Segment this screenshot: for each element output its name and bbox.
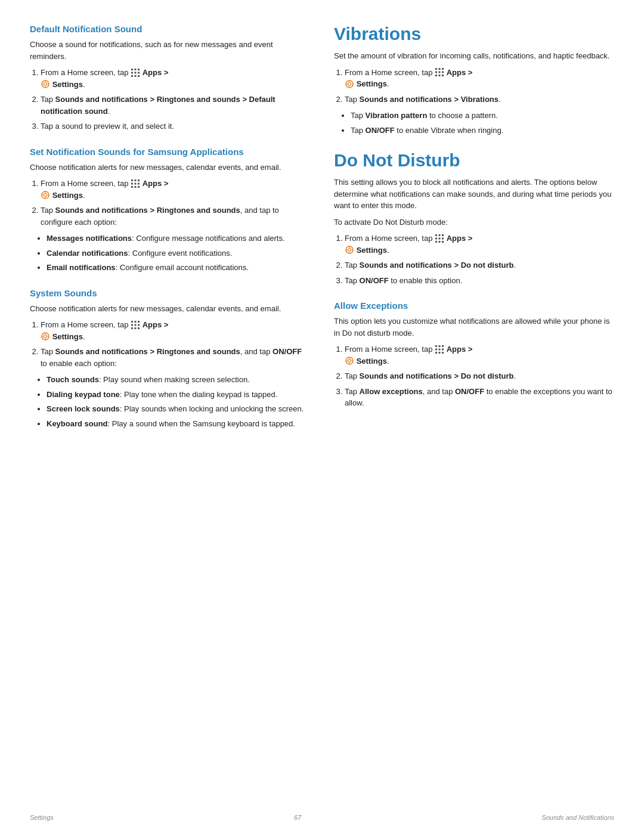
step-3: Tap a sound to preview it, and select it…	[41, 120, 310, 132]
apps-label-3: Apps >	[143, 320, 169, 329]
svg-rect-52	[439, 75, 441, 76]
settings-icon-4	[345, 80, 354, 88]
bullet-keyboard: Keyboard sound: Play a sound when the Sa…	[47, 418, 310, 430]
settings-label: Settings	[52, 80, 83, 89]
set-notification-sounds-steps: From a Home screen, tap	[41, 178, 310, 228]
dnd-step-3: Tap ON/OFF to enable this option.	[345, 275, 614, 287]
svg-rect-30	[131, 321, 133, 323]
allow-exceptions-intro: This option lets you customize what noti…	[334, 315, 614, 339]
svg-rect-80	[442, 348, 444, 350]
system-sounds-steps: From a Home screen, tap	[41, 319, 310, 369]
apps-icon	[131, 69, 140, 77]
svg-rect-81	[435, 352, 437, 354]
svg-rect-76	[439, 345, 441, 347]
bullet-email: Email notifications: Configure email acc…	[47, 262, 310, 274]
vib-step-2: Tap Sounds and notifications > Vibration…	[345, 94, 614, 106]
step-1: From a Home screen, tap	[41, 67, 310, 90]
footer-right: Sounds and Notifications	[541, 814, 614, 821]
svg-rect-61	[439, 234, 441, 236]
bullet-calendar: Calendar notifications: Configure event …	[47, 247, 310, 259]
section-set-notification-sounds: Set Notification Sounds for Samsung Appl…	[30, 147, 310, 274]
apps-icon-5	[435, 234, 444, 243]
svg-rect-50	[442, 72, 444, 73]
settings-icon-6	[345, 357, 354, 365]
ae-step-1: From a Home screen, tap	[345, 343, 614, 367]
apps-label: Apps >	[143, 68, 169, 77]
settings-label-6: Settings	[357, 357, 387, 366]
allow-exceptions-steps: From a Home screen, tap	[345, 343, 614, 409]
svg-rect-53	[442, 75, 444, 76]
settings-icon-2	[41, 191, 49, 199]
activate-label: To activate Do Not Disturb mode:	[334, 216, 614, 228]
step-2: Tap Sounds and notifications > Ringtones…	[41, 205, 310, 228]
svg-rect-7	[135, 75, 137, 77]
apps-label-6: Apps >	[447, 345, 473, 354]
settings-label-3: Settings	[52, 332, 83, 341]
svg-rect-83	[442, 352, 444, 354]
set-notification-sounds-title: Set Notification Sounds for Samsung Appl…	[30, 147, 310, 157]
settings-label-4: Settings	[357, 79, 387, 88]
svg-rect-37	[135, 327, 137, 329]
do-not-disturb-title: Do Not Disturb	[334, 150, 614, 171]
svg-rect-60	[435, 234, 437, 236]
step-1: From a Home screen, tap	[41, 319, 310, 342]
apps-label-5: Apps >	[447, 234, 473, 243]
system-sounds-step2-bold: Sounds and notifications > Ringtones and…	[55, 347, 240, 356]
default-notification-sound-title: Default Notification Sound	[30, 24, 310, 34]
svg-rect-46	[439, 68, 441, 70]
dnd-step-2: Tap Sounds and notifications > Do not di…	[345, 259, 614, 271]
svg-rect-33	[131, 324, 133, 326]
settings-icon-3	[41, 332, 49, 340]
svg-rect-1	[135, 69, 137, 70]
svg-rect-78	[435, 348, 437, 350]
vibrations-steps: From a Home screen, tap	[345, 67, 614, 106]
vibrations-intro: Set the amount of vibration for incoming…	[334, 50, 614, 62]
svg-rect-31	[135, 321, 137, 323]
svg-rect-79	[439, 348, 441, 350]
apps-icon-3	[131, 321, 140, 329]
dnd-step-1: From a Home screen, tap	[345, 233, 614, 256]
svg-rect-36	[131, 327, 133, 329]
settings-icon-5	[345, 246, 354, 254]
svg-rect-38	[138, 327, 140, 329]
default-notification-sound-intro: Choose a sound for notifications, such a…	[30, 39, 310, 62]
ae-step-3: Tap Allow exceptions, and tap ON/OFF to …	[345, 386, 614, 409]
bullet-vib-onoff: Tap ON/OFF to enable Vibrate when ringin…	[351, 125, 614, 137]
svg-rect-34	[135, 324, 137, 326]
system-sounds-intro: Choose notification alerts for new messa…	[30, 303, 310, 315]
bullet-messages: Messages notifications: Configure messag…	[47, 233, 310, 244]
bullet-dialing: Dialing keypad tone: Play tone when the …	[47, 389, 310, 401]
svg-rect-5	[138, 72, 140, 73]
svg-rect-66	[435, 241, 437, 243]
left-column: Default Notification Sound Choose a soun…	[30, 24, 310, 444]
svg-rect-75	[435, 345, 437, 347]
svg-rect-67	[439, 241, 441, 243]
svg-rect-47	[442, 68, 444, 70]
svg-rect-16	[135, 179, 137, 181]
set-notification-sounds-intro: Choose notification alerts for new messa…	[30, 162, 310, 174]
allow-exceptions-title: Allow Exceptions	[334, 301, 614, 311]
footer-left: Settings	[30, 814, 54, 821]
bullet-vib-pattern: Tap Vibration pattern to choose a patter…	[351, 110, 614, 122]
settings-label-5: Settings	[357, 246, 387, 255]
svg-rect-51	[435, 75, 437, 76]
svg-rect-68	[442, 241, 444, 243]
svg-rect-63	[435, 237, 437, 239]
step-2: Tap Sounds and notifications > Ringtones…	[41, 94, 310, 117]
svg-point-85	[348, 360, 351, 363]
step-1: From a Home screen, tap	[41, 178, 310, 201]
apps-icon-4	[435, 68, 444, 76]
svg-point-55	[348, 82, 351, 85]
step2-bold-2: Sounds and notifications > Ringtones and…	[55, 206, 240, 215]
svg-rect-18	[131, 182, 133, 184]
svg-rect-64	[439, 237, 441, 239]
svg-rect-4	[135, 72, 137, 73]
svg-rect-48	[435, 72, 437, 73]
section-default-notification-sound: Default Notification Sound Choose a soun…	[30, 24, 310, 132]
do-not-disturb-steps: From a Home screen, tap	[345, 233, 614, 286]
do-not-disturb-intro: This setting allows you to block all not…	[334, 176, 614, 212]
apps-icon-6	[435, 345, 444, 354]
bullet-touch: Touch sounds: Play sound when making scr…	[47, 374, 310, 386]
svg-rect-32	[138, 321, 140, 323]
settings-label-2: Settings	[52, 191, 83, 200]
